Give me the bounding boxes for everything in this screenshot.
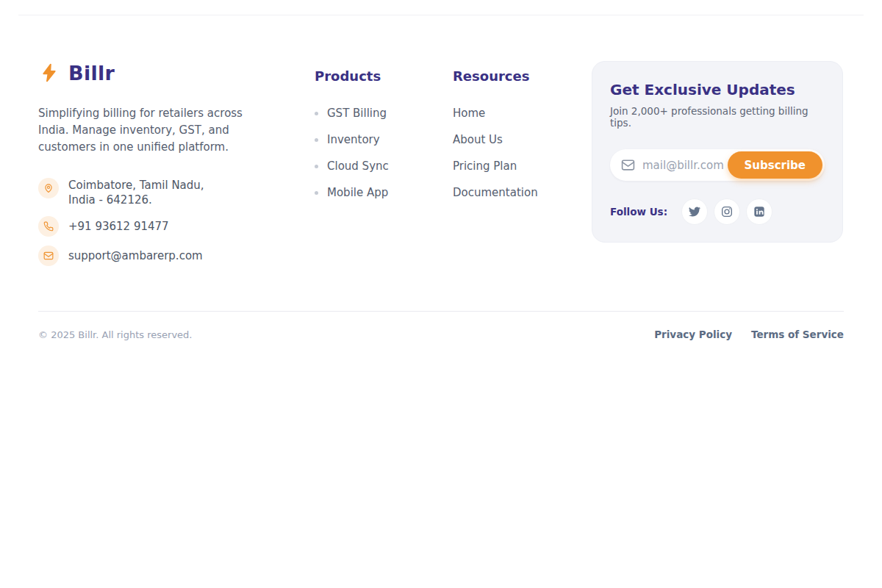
resources-title: Resources (453, 68, 592, 84)
resource-link-about-us[interactable]: About Us (453, 132, 592, 147)
contact-phone: +91 93612 91477 (38, 216, 315, 237)
linkedin-button[interactable] (746, 198, 772, 225)
contact-email: support@ambarerp.com (38, 245, 315, 266)
newsletter-card: Get Exclusive Updates Join 2,000+ profes… (592, 61, 843, 243)
follow-us-row: Follow Us: (610, 198, 825, 225)
product-link-label: GST Billing (327, 107, 387, 120)
resource-link-label: Home (453, 107, 485, 120)
newsletter-subtitle: Join 2,000+ professionals getting billin… (610, 105, 825, 129)
resource-link-documentation[interactable]: Documentation (453, 185, 592, 200)
address-line-2: India - 642126. (68, 193, 204, 207)
newsletter-column: Get Exclusive Updates Join 2,000+ profes… (592, 61, 843, 266)
product-link-inventory[interactable]: Inventory (315, 132, 453, 147)
bottom-divider (38, 311, 844, 312)
newsletter-form: Subscribe (610, 149, 825, 181)
brand-column: Billr Simplifying billing for retailers … (38, 61, 315, 266)
privacy-policy-link[interactable]: Privacy Policy (654, 329, 732, 340)
subscribe-button[interactable]: Subscribe (728, 151, 823, 179)
resource-link-label: Documentation (453, 186, 538, 199)
brand-tagline: Simplifying billing for retailers across… (38, 105, 273, 156)
product-link-gst-billing[interactable]: GST Billing (315, 106, 453, 121)
product-link-label: Inventory (327, 133, 380, 146)
resources-column: Resources Home About Us Pricing Plan Doc… (453, 61, 592, 266)
twitter-button[interactable] (681, 198, 708, 225)
terms-of-service-link[interactable]: Terms of Service (751, 329, 844, 340)
product-link-label: Mobile App (327, 186, 388, 199)
brand-name: Billr (68, 62, 115, 85)
instagram-icon (721, 206, 733, 218)
product-link-cloud-sync[interactable]: Cloud Sync (315, 159, 453, 173)
copyright-text: © 2025 Billr. All rights reserved. (38, 329, 192, 340)
resources-links: Home About Us Pricing Plan Documentation (453, 106, 592, 200)
bullet-dot (315, 112, 318, 115)
bullet-dot (315, 138, 318, 142)
product-link-mobile-app[interactable]: Mobile App (315, 185, 453, 200)
phone-link[interactable]: +91 93612 91477 (68, 220, 169, 233)
products-column: Products GST Billing Inventory Cloud Syn… (315, 61, 453, 266)
instagram-button[interactable] (714, 198, 740, 225)
product-link-label: Cloud Sync (327, 159, 389, 173)
newsletter-title: Get Exclusive Updates (610, 81, 825, 98)
bolt-icon (38, 61, 60, 85)
contact-address: Coimbatore, Tamil Nadu, India - 642126. (38, 178, 315, 207)
email-link[interactable]: support@ambarerp.com (68, 249, 203, 262)
mail-icon (621, 158, 635, 172)
resource-link-pricing-plan[interactable]: Pricing Plan (453, 159, 592, 173)
linkedin-icon (753, 206, 765, 218)
products-title: Products (315, 68, 453, 84)
footer: Billr Simplifying billing for retailers … (0, 15, 882, 266)
address-line-1: Coimbatore, Tamil Nadu, (68, 178, 204, 193)
resource-link-label: About Us (453, 133, 503, 146)
bottom-bar: © 2025 Billr. All rights reserved. Priva… (0, 329, 882, 340)
newsletter-email-input[interactable] (642, 159, 738, 172)
follow-us-label: Follow Us: (610, 206, 667, 218)
twitter-icon (689, 206, 700, 218)
location-pin-icon (38, 178, 59, 198)
mail-icon (38, 245, 59, 266)
phone-icon (38, 216, 59, 237)
legal-links: Privacy Policy Terms of Service (654, 329, 844, 340)
brand-logo[interactable]: Billr (38, 61, 315, 85)
resource-link-label: Pricing Plan (453, 159, 517, 173)
bullet-dot (315, 191, 318, 195)
products-links: GST Billing Inventory Cloud Sync Mobile … (315, 106, 453, 200)
bullet-dot (315, 165, 318, 168)
resource-link-home[interactable]: Home (453, 106, 592, 121)
contact-list: Coimbatore, Tamil Nadu, India - 642126. … (38, 178, 315, 266)
